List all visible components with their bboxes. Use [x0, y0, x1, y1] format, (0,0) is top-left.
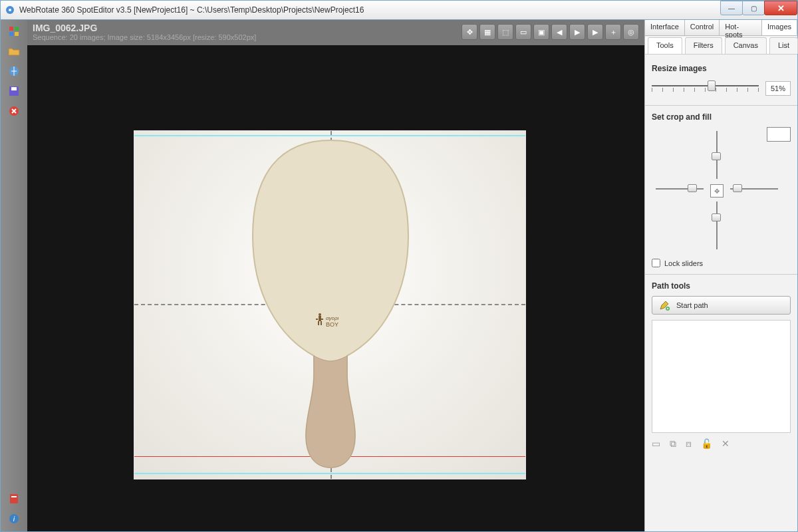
svg-point-14 [319, 313, 321, 316]
subtab-canvas[interactable]: Canvas [725, 37, 767, 54]
svg-point-1 [9, 9, 11, 11]
svg-rect-3 [15, 27, 19, 31]
panel-subtabs: Tools Filters Canvas List [645, 37, 797, 55]
svg-rect-2 [9, 27, 13, 31]
prev-icon[interactable]: ◀ [551, 24, 567, 40]
tab-control[interactable]: Control [685, 20, 720, 35]
path-lock-icon[interactable]: 🔓 [701, 438, 712, 450]
pdf-icon[interactable] [8, 493, 20, 505]
play-icon[interactable]: ▶ [569, 24, 585, 40]
target-icon[interactable]: ◎ [623, 24, 639, 40]
svg-rect-4 [9, 32, 13, 36]
fill-color-swatch[interactable] [767, 127, 791, 142]
crop-center-icon[interactable]: ✥ [710, 184, 724, 198]
image-filename: IMG_0062.JPG [33, 23, 256, 33]
crop-section-title: Set crop and fill [652, 112, 791, 122]
crop-slider-top[interactable] [712, 152, 721, 160]
next-icon[interactable]: ▶ [587, 24, 603, 40]
canvas-stage[interactable]: αγορι BOY [27, 45, 644, 531]
grid-icon[interactable]: ▦ [479, 24, 495, 40]
svg-rect-17 [321, 319, 323, 320]
window-minimize-button[interactable]: — [720, 1, 743, 15]
resize-slider-thumb[interactable] [708, 80, 716, 91]
svg-rect-18 [318, 321, 319, 325]
tab-interface[interactable]: Interface [645, 20, 685, 35]
new-project-icon[interactable] [8, 25, 20, 37]
panel-tabs: Interface Control Hot-spots Images [645, 20, 797, 36]
fit-width-icon[interactable]: ▭ [515, 24, 531, 40]
window-titlebar: WebRotate 360 SpotEditor v3.5 [NewProjec… [0, 0, 798, 20]
window-close-button[interactable]: ✕ [764, 1, 797, 15]
tab-images[interactable]: Images [762, 20, 797, 35]
pencil-icon [659, 300, 670, 311]
image-stage[interactable]: αγορι BOY [134, 130, 526, 479]
lock-sliders-checkbox[interactable]: Lock sliders [652, 259, 791, 267]
subtab-tools[interactable]: Tools [648, 37, 682, 54]
svg-rect-11 [11, 496, 17, 497]
resize-section-title: Resize images [652, 64, 791, 73]
canvas-header: IMG_0062.JPG Sequence: 20 images; Image … [27, 20, 644, 45]
image-metadata: Sequence: 20 images; Image size: 5184x34… [33, 33, 256, 41]
product-image: αγορι BOY [241, 136, 420, 469]
window-title: WebRotate 360 SpotEditor v3.5 [NewProjec… [19, 5, 364, 15]
svg-text:BOY: BOY [326, 321, 338, 328]
lock-sliders-input[interactable] [652, 259, 660, 267]
publish-icon[interactable] [8, 65, 20, 77]
canvas-toolbar: ✥ ▦ ⬚ ▭ ▣ ◀ ▶ ▶ ＋ ◎ [462, 23, 639, 40]
svg-rect-16 [316, 319, 318, 320]
path-toolbar: ▭ ⧉ ⧈ 🔓 ✕ [652, 438, 791, 450]
start-path-label: Start path [676, 301, 708, 309]
move-tool-icon[interactable]: ✥ [462, 24, 477, 40]
crop-guide-bottom [134, 473, 525, 474]
crop-slider-bottom[interactable] [712, 213, 721, 221]
subtab-list[interactable]: List [769, 37, 798, 54]
info-icon[interactable]: i [8, 513, 20, 525]
app-icon [5, 5, 15, 15]
path-section-title: Path tools [652, 281, 791, 291]
fit-screen-icon[interactable]: ▣ [533, 24, 549, 40]
path-unlink-icon[interactable]: ⧈ [686, 438, 692, 450]
start-path-button[interactable]: Start path [652, 296, 791, 315]
canvas-area: IMG_0062.JPG Sequence: 20 images; Image … [27, 20, 644, 531]
select-icon[interactable]: ⬚ [497, 24, 513, 40]
path-link-icon[interactable]: ⧉ [670, 438, 676, 450]
crop-slider-right[interactable] [733, 184, 742, 192]
crop-slider-bottom-track [716, 201, 718, 249]
resize-value: 51% [765, 81, 791, 96]
open-folder-icon[interactable] [8, 45, 20, 57]
window-maximize-button[interactable]: ▢ [742, 1, 765, 15]
path-delete-icon[interactable]: ✕ [722, 438, 730, 450]
subtab-filters[interactable]: Filters [685, 37, 722, 54]
resize-slider[interactable] [652, 78, 759, 98]
tab-hotspots[interactable]: Hot-spots [720, 20, 762, 35]
svg-rect-5 [15, 32, 19, 36]
zoom-in-icon[interactable]: ＋ [605, 24, 621, 40]
crop-slider-left[interactable] [688, 184, 697, 192]
svg-rect-8 [11, 87, 17, 90]
svg-rect-15 [319, 316, 321, 321]
svg-rect-10 [10, 494, 18, 503]
svg-rect-19 [321, 321, 322, 325]
save-icon[interactable] [8, 85, 20, 97]
left-toolbar: i [1, 20, 27, 531]
crop-controls: ✥ [652, 127, 791, 253]
svg-text:αγορι: αγορι [326, 315, 339, 321]
path-add-icon[interactable]: ▭ [652, 438, 660, 450]
path-list[interactable] [652, 320, 791, 433]
right-panel: Interface Control Hot-spots Images Tools… [644, 20, 797, 531]
delete-icon[interactable] [8, 105, 20, 117]
lock-sliders-label: Lock sliders [664, 259, 703, 267]
